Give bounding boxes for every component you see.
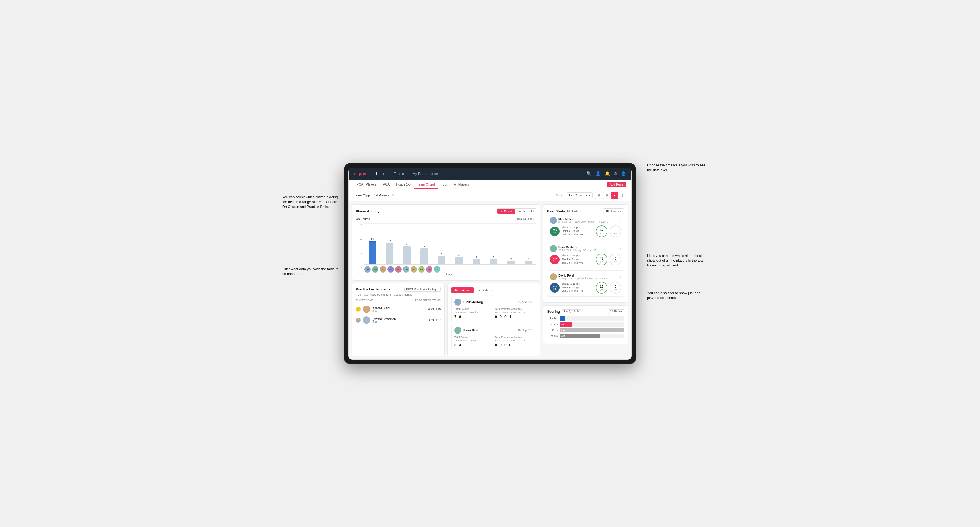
col-name: PLAYER NAME — [356, 299, 415, 302]
show-value: Last 3 months — [569, 194, 587, 197]
view-grid-button[interactable]: ⊟ — [603, 192, 610, 199]
shot-card-1[interactable]: Matt Miller 09 Jun 2023 · Royal North De… — [547, 214, 624, 240]
nav-link-teams[interactable]: Teams — [392, 171, 406, 176]
y-label-0: 0 — [361, 266, 362, 268]
scoring-label-birdies: Birdies — [547, 323, 558, 326]
user-icon[interactable]: 👤 — [621, 171, 626, 176]
stat-practice-2: Total Practice Activities GTT APP ARG PU… — [495, 336, 534, 347]
nav-link-home[interactable]: Home — [374, 171, 387, 176]
nav-link-myperformance[interactable]: My Performance — [411, 171, 439, 176]
avatar-7: RB — [410, 266, 417, 273]
view-card-button[interactable]: ♥ — [611, 192, 618, 199]
nav-icons: 🔍 👤 🔔 ⊕ 👤 — [586, 171, 626, 176]
scoring-header: Scoring Par 3, 4 & 5s All Players — [547, 309, 624, 314]
shot-player-info-1: 09 Jun 2023 · Royal North Devon GC, Hole… — [558, 221, 608, 223]
sub-nav-hcaps[interactable]: Hcaps 1-5 — [393, 181, 413, 189]
bar-r-butler: 3 — [468, 256, 484, 264]
bar-b-mcharg: 13 — [364, 238, 380, 264]
tab-least-active[interactable]: Least Active — [474, 287, 497, 293]
bar-m-miller: 3 — [486, 256, 502, 264]
sub-nav-allplayers[interactable]: All Players — [451, 181, 472, 189]
team-header: Team Clippd | 14 Players ✎ Show: Last 3 … — [348, 190, 632, 201]
scoring-title: Scoring — [547, 310, 560, 314]
activity-stats-2: Total Rounds Tournament Practice 8 — [454, 336, 533, 347]
left-col: Player Activity On Course Practice Drill… — [352, 205, 540, 356]
add-team-button[interactable]: Add Team — [607, 181, 626, 187]
leaderboard-row-2: 2 Edward Crossman 🥈 2 18/20 107 — [356, 315, 441, 326]
stat-rounds-2: Total Rounds Tournament Practice 8 — [454, 336, 493, 347]
bell-icon[interactable]: 🔔 — [605, 171, 610, 176]
player-name-2: Edward Crossman — [372, 317, 396, 321]
player-pb-2: 18/20 — [426, 319, 434, 322]
shot-player-row-2: Blair McHarg 23 Jul 2023 · Ashridge GC, … — [550, 245, 621, 252]
tab-all-shots[interactable]: All Shots — [567, 209, 578, 214]
player-avg-2: 107 — [436, 319, 441, 322]
toggle-practice[interactable]: Practice Drills — [515, 209, 536, 214]
player-info-2: Edward Crossman 🥈 2 — [363, 316, 424, 324]
leaderboard-dropdown[interactable]: PUTT Must Make Putting ... — [404, 287, 441, 292]
annotation-left-bottom: Filter what data you wish the table to b… — [282, 267, 341, 276]
total-rounds-dropdown[interactable]: Total Rounds ▾ — [515, 217, 536, 221]
col-avg: PB AVG SQ — [428, 299, 441, 302]
bar-r-britt: 12 — [382, 240, 398, 264]
sub-nav-teamclippd[interactable]: Team Clippd — [414, 181, 438, 189]
bar-fill-7 — [473, 259, 480, 264]
shot-details-row-3: 198 SG Shot Dist: 16 yds Start Lie: Roug… — [550, 282, 621, 294]
leaderboard-title: Practice Leaderboards — [356, 287, 390, 291]
bar-fill-3 — [403, 246, 410, 264]
search-icon[interactable]: 🔍 — [586, 171, 592, 176]
activity-player-header-2: Rees Britt 02 Sep 2023 — [454, 327, 533, 334]
sub-nav-pga[interactable]: PGA — [380, 181, 392, 189]
toggle-on-course[interactable]: On Course — [498, 209, 515, 214]
edit-icon[interactable]: ✎ — [392, 194, 395, 197]
sub-nav-pgat[interactable]: PGAT Players — [354, 181, 379, 189]
view-list-button[interactable]: ⊞ — [595, 192, 602, 199]
scoring-fill-birdies: 96 — [560, 322, 572, 327]
shot-meta-3: Shot Dist: 16 yds Start Lie: Rough End L… — [562, 282, 593, 293]
scoring-row-birdies: Birdies 96 — [547, 322, 624, 327]
shot-zero-badge-3: 0 yds — [609, 282, 621, 294]
activity-player-header-1: Blair McHarg 26 Aug 2023 — [454, 298, 533, 306]
x-avatars-row: BM RB DF JC EE GB RB MM EC LR — [364, 265, 536, 273]
player-avatar-1 — [363, 306, 370, 313]
annotation-left-top: You can select which player is doing the… — [282, 195, 341, 210]
sub-nav: PGAT Players PGA Hcaps 1-5 Team Clippd T… — [348, 179, 632, 190]
users-icon[interactable]: 👤 — [595, 171, 601, 176]
plus-icon[interactable]: ⊕ — [614, 171, 617, 176]
activity-name-2: Rees Britt — [463, 329, 479, 332]
player-activity-title: Player Activity — [356, 209, 379, 213]
all-players-dropdown[interactable]: All Players ▾ — [603, 208, 624, 214]
scoring-dropdown1[interactable]: Par 3, 4 & 5s — [562, 309, 581, 314]
avatar-4: JC — [387, 266, 394, 273]
view-settings-button[interactable]: ⋮ — [619, 192, 626, 199]
activity-tabs: Most Active Least Active — [451, 287, 536, 293]
shot-zero-badge-2: 0 yds — [609, 254, 621, 265]
main-content: Player Activity On Course Practice Drill… — [348, 201, 632, 359]
shot-badge-2: 200 SG — [550, 255, 560, 264]
tab-most-active[interactable]: Most Active — [451, 287, 474, 293]
player-avatar-2 — [363, 316, 370, 324]
avatar-1: BM — [364, 266, 371, 273]
sub-nav-tour[interactable]: Tour — [439, 181, 450, 189]
player-rank-1: 🥇 1 — [372, 310, 390, 312]
scoring-row-pars: Pars 499 — [547, 328, 624, 332]
shot-avatar-2 — [550, 245, 557, 252]
shot-details-row-1: 200 SG Shot Dist: 67 yds Start Lie: Roug… — [550, 225, 621, 237]
on-course-label: On Course Total Rounds ▾ — [356, 217, 536, 221]
scoring-dropdown2[interactable]: All Players — [608, 309, 624, 314]
shot-player-name-1: Matt Miller — [558, 217, 608, 221]
bar-fill-5 — [438, 256, 445, 264]
scoring-label-pars: Pars — [547, 329, 558, 332]
practice-leaderboard-card: Practice Leaderboards PUTT Must Make Put… — [352, 283, 445, 356]
shot-card-3[interactable]: David Ford 24 Aug 2023 · Royal North Dev… — [547, 270, 624, 297]
scoring-fill-pars: 499 — [560, 328, 624, 332]
shot-player-row-3: David Ford 24 Aug 2023 · Royal North Dev… — [550, 273, 621, 280]
show-dropdown[interactable]: Last 3 months ▾ — [567, 192, 593, 198]
player-activity-header: Player Activity On Course Practice Drill… — [356, 208, 536, 214]
shot-meta-1: Shot Dist: 67 yds Start Lie: Rough End L… — [562, 226, 593, 237]
bar-fill-4 — [420, 248, 428, 264]
shot-card-2[interactable]: Blair McHarg 23 Jul 2023 · Ashridge GC, … — [547, 242, 624, 268]
scoring-bar-bogeys: 315 — [560, 334, 624, 338]
activity-toggle: On Course Practice Drills — [497, 208, 536, 214]
scoring-bar-pars: 499 — [560, 328, 624, 332]
